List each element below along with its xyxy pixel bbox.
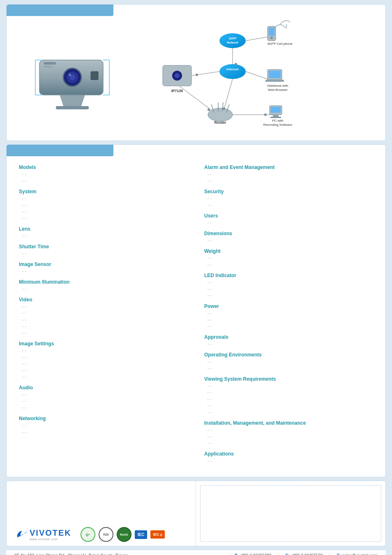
spec-heading-operating-env: Operating Environments: [204, 352, 373, 358]
spec-heading-alarm: Alarm and Event Management: [204, 164, 373, 170]
svg-text:3GPP: 3GPP: [229, 37, 237, 40]
footer-tel: T: +886 2 82455282: [235, 553, 271, 555]
spec-group-min-illum: Minimum Illumination ·: [19, 279, 188, 293]
spec-item: ·: [208, 280, 373, 286]
spec-heading-power: Power: [204, 303, 373, 309]
svg-rect-7: [44, 66, 52, 67]
spec-heading-audio: Audio: [19, 385, 188, 391]
spec-item: ·: [22, 324, 188, 330]
spec-item: ·: [208, 293, 373, 299]
spec-group-led: LED Indicator · · ·: [204, 273, 373, 299]
svg-rect-53: [273, 115, 279, 117]
spec-item: ·: [208, 220, 373, 227]
svg-line-33: [179, 86, 212, 111]
bottom-left: VIVOTEK www.vivotek.com Q+ TÜV RoHS IEC: [7, 481, 196, 546]
svg-point-27: [219, 33, 246, 48]
spec-item: ·: [22, 196, 188, 202]
spec-group-networking: Networking · ·: [19, 416, 188, 436]
spec-item: ·: [208, 255, 373, 262]
spec-group-audio: Audio · · ·: [19, 385, 188, 412]
spec-heading-image-sensor: Image Sensor: [19, 261, 188, 267]
spec-item: ·: [208, 286, 373, 293]
spec-item: ·: [208, 202, 373, 209]
svg-text:Web Browser: Web Browser: [268, 88, 288, 92]
spec-item: ·: [208, 390, 373, 396]
spec-heading-video: Video: [19, 297, 188, 303]
spec-group-applications: Applications ·: [204, 451, 373, 465]
spec-item: ·: [208, 396, 373, 403]
footer: 6F, No.192, Lien-Cheng Rd., Chung-Ho, Ta…: [6, 550, 386, 555]
spec-item: ·: [208, 383, 373, 390]
cert-iecq-icon: IECQ: [150, 530, 164, 539]
spec-item: ·: [208, 317, 373, 324]
camera-illustration: [27, 35, 118, 118]
svg-point-40: [208, 109, 210, 111]
svg-rect-8: [56, 106, 89, 109]
svg-point-4: [69, 74, 71, 76]
bottom-right: [200, 485, 381, 542]
svg-point-37: [196, 74, 198, 76]
spec-item: ·: [208, 434, 373, 440]
specs-header-bar: [7, 145, 113, 156]
network-diagram-svg: IP7135 Router Internet 3GPP Network: [138, 20, 311, 131]
bottom-section: VIVOTEK www.vivotek.com Q+ TÜV RoHS IEC: [6, 481, 386, 546]
spec-item: ·: [22, 178, 188, 185]
spec-item: ·: [22, 304, 188, 310]
spec-group-shutter: Shutter Time ·: [19, 244, 188, 257]
svg-point-41: [264, 113, 267, 116]
spec-item: ·: [22, 251, 188, 257]
footer-address: 6F, No.192, Lien-Cheng Rd., Chung-Ho, Ta…: [14, 553, 225, 555]
svg-point-25: [219, 64, 246, 79]
svg-text:Internet: Internet: [226, 67, 239, 71]
vivotek-bird-icon: [15, 528, 28, 541]
specs-section: Models · · System · · · · Lens · Shutter…: [6, 144, 386, 477]
spec-heading-networking: Networking: [19, 416, 188, 421]
spec-group-image-settings: Image Settings · · · · ·: [19, 341, 188, 381]
svg-line-35: [246, 37, 270, 41]
spec-heading-system: System: [19, 189, 188, 194]
spec-heading-applications: Applications: [204, 451, 373, 457]
spec-group-dimensions: Dimensions ·: [204, 231, 373, 244]
footer-email: E: sales@vivotek.com: [337, 553, 378, 555]
footer-fax: F: +886 2 82455532: [286, 553, 323, 555]
svg-text:IP7135: IP7135: [171, 89, 183, 93]
spec-item: ·: [22, 171, 188, 178]
spec-item: ·: [208, 324, 373, 330]
spec-item: ·: [22, 286, 188, 293]
spec-heading-security: Security: [204, 189, 373, 194]
spec-heading-lens: Lens: [19, 226, 188, 232]
spec-group-approvals: Approvals ·: [204, 334, 373, 348]
spec-item: ·: [22, 405, 188, 412]
spec-heading-min-illum: Minimum Illumination: [19, 279, 188, 285]
spec-group-weight: Weight · ·: [204, 248, 373, 268]
spec-item: ·: [22, 348, 188, 354]
spec-item: ·: [22, 398, 188, 405]
spec-heading-weight: Weight: [204, 248, 373, 254]
spec-item: ·: [208, 178, 373, 185]
spec-item: ·: [208, 171, 373, 178]
specs-content: Models · · System · · · · Lens · Shutter…: [7, 160, 385, 477]
cert-tuv-icon: TÜV: [99, 527, 113, 542]
spec-heading-install: Installation, Management, and Maintenanc…: [204, 420, 373, 426]
svg-rect-47: [269, 71, 281, 78]
svg-point-17: [175, 73, 180, 78]
spec-group-video: Video · · · · ·: [19, 297, 188, 337]
spec-item: ·: [22, 392, 188, 398]
spec-item: ·: [208, 365, 373, 372]
svg-line-36: [246, 72, 270, 80]
spec-item: ·: [22, 268, 188, 275]
spec-item: ·: [22, 233, 188, 240]
spec-item: ·: [22, 423, 188, 429]
vivotek-logo: VIVOTEK www.vivotek.com: [15, 528, 71, 541]
cert-badges: Q+ TÜV RoHS IEC IECQ: [81, 527, 165, 542]
spec-heading-viewing-req: Viewing System Requirements: [204, 376, 373, 382]
svg-text:Recording Software: Recording Software: [263, 123, 293, 127]
svg-text:3GPP Cell phone: 3GPP Cell phone: [267, 42, 293, 46]
spec-group-users: Users ·: [204, 213, 373, 227]
spec-item: ·: [22, 429, 188, 436]
footer-contacts: T: +886 2 82455282 | F: +886 2 82455532 …: [235, 553, 378, 555]
spec-item: ·: [22, 330, 188, 337]
cert-quality-icon: Q+: [81, 527, 95, 542]
spec-group-security: Security · ·: [204, 189, 373, 209]
svg-rect-52: [271, 107, 281, 113]
